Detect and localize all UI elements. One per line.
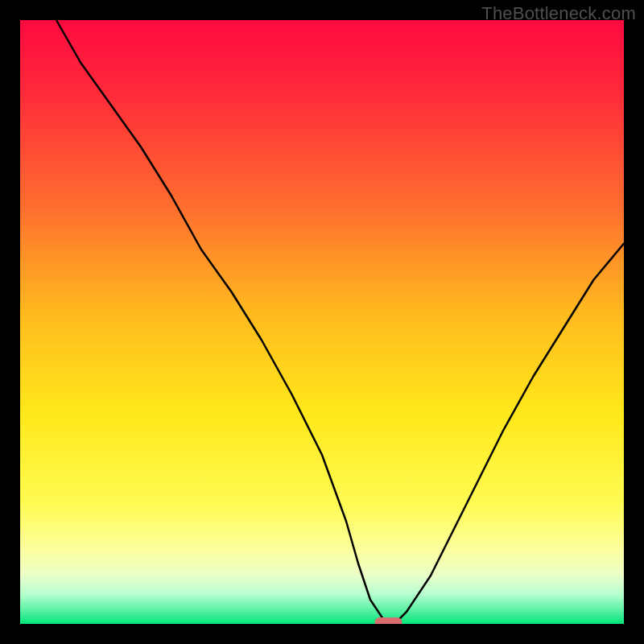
chart-canvas: TheBottleneck.com xyxy=(0,0,644,644)
chart-svg xyxy=(20,20,624,624)
optimal-point-marker xyxy=(375,617,402,624)
watermark-text: TheBottleneck.com xyxy=(481,3,636,24)
plot-area xyxy=(20,20,624,624)
gradient-background xyxy=(20,20,624,624)
